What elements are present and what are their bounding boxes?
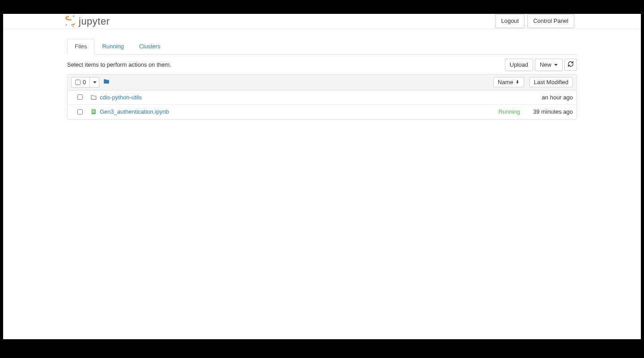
sort-name-button[interactable]: Name bbox=[493, 77, 524, 87]
list-item: Gen3_authentication.ipynb Running 39 min… bbox=[68, 105, 576, 119]
logout-button[interactable]: Logout bbox=[495, 14, 525, 28]
tab-clusters[interactable]: Clusters bbox=[131, 39, 168, 55]
item-modified: 39 minutes ago bbox=[524, 108, 573, 115]
tab-files[interactable]: Files bbox=[67, 39, 94, 55]
brand-name: jupyter bbox=[79, 16, 110, 27]
sort-modified-button[interactable]: Last Modified bbox=[530, 77, 573, 87]
jupyter-logo[interactable]: jupyter bbox=[64, 14, 110, 29]
refresh-button[interactable] bbox=[564, 59, 577, 71]
svg-point-4 bbox=[72, 26, 73, 26]
notebook-icon bbox=[89, 108, 98, 115]
app-header: jupyter Logout Control Panel bbox=[3, 14, 641, 29]
selection-hint: Select items to perform actions on them. bbox=[67, 61, 171, 68]
new-dropdown[interactable]: New bbox=[535, 59, 563, 71]
breadcrumb-root[interactable] bbox=[103, 78, 110, 86]
item-status: Running bbox=[499, 108, 520, 115]
main-tabs: Files Running Clusters bbox=[67, 39, 577, 55]
select-all-dropdown[interactable]: 0 bbox=[71, 77, 99, 88]
item-modified: an hour ago bbox=[524, 94, 573, 101]
select-all-checkbox[interactable] bbox=[75, 80, 80, 85]
control-panel-button[interactable]: Control Panel bbox=[527, 14, 574, 28]
listing-header: 0 Name bbox=[68, 75, 576, 90]
chevron-down-icon bbox=[93, 81, 97, 83]
item-link[interactable]: Gen3_authentication.ipynb bbox=[100, 108, 169, 115]
selected-count: 0 bbox=[83, 79, 86, 85]
tab-running[interactable]: Running bbox=[94, 39, 131, 55]
chevron-down-icon bbox=[554, 64, 558, 66]
select-menu-toggle[interactable] bbox=[90, 77, 99, 87]
new-label: New bbox=[540, 61, 551, 69]
item-link[interactable]: cdis-python-utils bbox=[100, 94, 142, 101]
arrow-down-icon bbox=[515, 79, 520, 85]
upload-button[interactable]: Upload bbox=[505, 59, 533, 71]
row-checkbox[interactable] bbox=[77, 94, 83, 100]
list-item: cdis-python-utils an hour ago bbox=[68, 90, 576, 105]
folder-icon bbox=[89, 94, 98, 100]
jupyter-logo-icon bbox=[64, 15, 76, 28]
row-checkbox[interactable] bbox=[77, 109, 83, 115]
svg-point-1 bbox=[66, 21, 74, 25]
sort-modified-label: Last Modified bbox=[534, 79, 568, 85]
svg-point-2 bbox=[73, 15, 74, 17]
file-listing: 0 Name bbox=[67, 74, 577, 119]
svg-point-3 bbox=[66, 24, 67, 26]
sort-name-label: Name bbox=[498, 79, 513, 85]
refresh-icon bbox=[568, 61, 574, 68]
svg-point-0 bbox=[66, 16, 74, 20]
